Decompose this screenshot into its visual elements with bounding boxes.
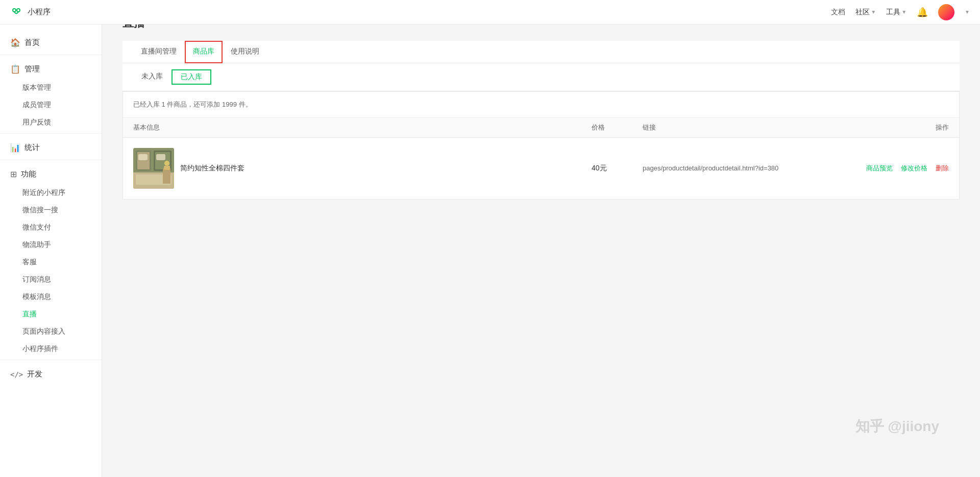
community-label: 社区 [855,8,870,17]
table-row: 简约知性全棉四件套 40元 pages/productdetail/produc… [123,138,959,199]
product-info: 简约知性全棉四件套 [133,148,592,189]
tab-room-manage[interactable]: 直播间管理 [133,41,185,63]
divider-4 [0,360,102,360]
sidebar-stats-header[interactable]: 📊 统计 [0,138,102,158]
product-price: 40元 [592,164,643,173]
sidebar-item-search[interactable]: 微信搜一搜 [0,202,102,219]
edit-price-button[interactable]: 修改价格 [901,164,927,173]
sidebar-manage-label: 管理 [24,64,40,74]
sub-tabs: 未入库 已入库 [122,63,960,91]
community-caret: ▼ [871,9,876,15]
top-navigation: 小程序 文档 社区 ▼ 工具 ▼ 🔔 ▼ [0,0,980,24]
divider-3 [0,160,102,160]
svg-rect-10 [138,154,148,160]
sidebar-item-plugin[interactable]: 小程序插件 [0,340,102,358]
sidebar-features-label: 功能 [21,169,36,179]
sub-tab-not-added[interactable]: 未入库 [133,69,172,85]
svg-rect-13 [164,166,170,170]
sidebar-dev-label: 开发 [27,369,42,379]
sidebar-item-live[interactable]: 直播 [0,306,102,323]
docs-link[interactable]: 文档 [831,8,845,17]
user-avatar[interactable] [938,4,954,20]
preview-button[interactable]: 商品预览 [866,164,893,173]
col-header-action: 操作 [847,123,949,132]
svg-point-1 [17,9,20,12]
col-header-basic: 基本信息 [133,123,592,132]
tab-product-library[interactable]: 商品库 [185,41,223,63]
table-header: 基本信息 价格 链接 操作 [123,118,959,138]
tools-caret: ▼ [901,9,906,15]
sidebar-item-nearby[interactable]: 附近的小程序 [0,184,102,202]
info-bar: 已经入库 1 件商品，还可添加 1999 件。 [123,92,959,118]
main-content: 直播 直播间管理 商品库 使用说明 未入库 已入库 已经入库 1 件商品，还可添… [102,0,980,453]
sidebar-dev-header[interactable]: </> 开发 [0,364,102,384]
topnav-title: 小程序 [28,7,51,17]
divider-2 [0,133,102,134]
product-image [133,148,174,189]
svg-rect-12 [163,168,170,184]
sidebar: 🏠 首页 📋 管理 版本管理 成员管理 用户反馈 📊 统计 ⊞ 功能 附近的小程… [0,24,102,453]
dev-icon: </> [10,370,23,379]
divider-1 [0,55,102,55]
sidebar-item-service[interactable]: 客服 [0,254,102,271]
bedding-thumbnail [133,148,174,189]
sidebar-item-member[interactable]: 成员管理 [0,96,102,114]
sidebar-item-payment[interactable]: 微信支付 [0,219,102,236]
svg-point-0 [13,9,16,12]
sidebar-item-template[interactable]: 模板消息 [0,288,102,306]
sidebar-home-label: 首页 [24,38,40,47]
sidebar-group-stats: 📊 统计 [0,138,102,160]
tab-usage[interactable]: 使用说明 [223,41,267,63]
stats-icon: 📊 [10,143,20,153]
product-actions: 商品预览 修改价格 删除 [847,164,949,173]
topnav-right: 文档 社区 ▼ 工具 ▼ 🔔 ▼ [831,4,970,20]
sidebar-manage-header[interactable]: 📋 管理 [0,59,102,79]
delete-button[interactable]: 删除 [936,164,949,173]
sidebar-stats-label: 统计 [24,143,40,153]
sidebar-item-feedback[interactable]: 用户反馈 [0,114,102,131]
sidebar-features-header[interactable]: ⊞ 功能 [0,164,102,184]
svg-point-14 [164,161,169,166]
user-menu-caret-icon[interactable]: ▼ [965,9,970,15]
sidebar-item-subscribe[interactable]: 订阅消息 [0,271,102,288]
sidebar-item-logistics[interactable]: 物流助手 [0,236,102,254]
features-icon: ⊞ [10,169,17,179]
col-header-price: 价格 [592,123,643,132]
sidebar-item-version[interactable]: 版本管理 [0,79,102,96]
product-name: 简约知性全棉四件套 [180,164,244,173]
content-area: 已经入库 1 件商品，还可添加 1999 件。 基本信息 价格 链接 操作 [122,91,960,199]
logo-icon [10,6,22,18]
sidebar-item-home[interactable]: 🏠 首页 [0,33,102,53]
topnav-left: 小程序 [10,6,51,18]
notification-bell-icon[interactable]: 🔔 [917,7,928,18]
primary-tabs: 直播间管理 商品库 使用说明 [122,41,960,63]
sub-tab-added[interactable]: 已入库 [172,69,211,85]
manage-icon: 📋 [10,64,20,74]
svg-rect-11 [156,154,165,160]
sidebar-group-manage: 📋 管理 版本管理 成员管理 用户反馈 [0,59,102,134]
product-link: pages/productdetail/productdetail.html?i… [643,163,847,173]
sidebar-group-dev: </> 开发 [0,364,102,384]
sidebar-item-page-content[interactable]: 页面内容接入 [0,323,102,340]
sidebar-group-features: ⊞ 功能 附近的小程序 微信搜一搜 微信支付 物流助手 客服 订阅消息 模板消息… [0,164,102,360]
tools-dropdown[interactable]: 工具 ▼ [886,8,906,17]
community-dropdown[interactable]: 社区 ▼ [855,8,876,17]
sidebar-group-home: 🏠 首页 [0,33,102,55]
tools-label: 工具 [886,8,900,17]
col-header-link: 链接 [643,123,847,132]
home-icon: 🏠 [10,38,20,47]
